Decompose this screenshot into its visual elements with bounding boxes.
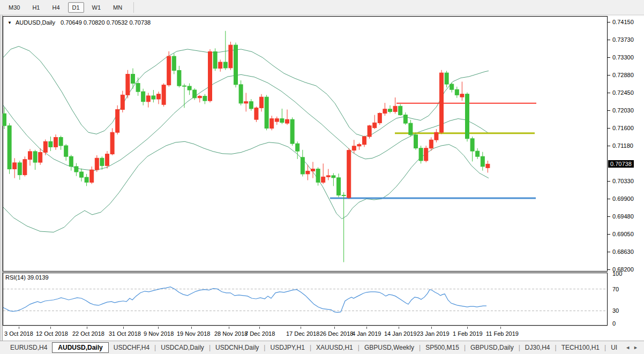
tab-xauusd-h1[interactable]: XAUUSD,H1 (311, 342, 358, 353)
candle-body (306, 171, 310, 174)
candle-body (373, 123, 377, 127)
date-tick-label: 9 Nov 2018 (144, 330, 174, 337)
price-tick-label: 0.74150 (612, 19, 634, 25)
timeframe-button-d1[interactable]: D1 (68, 2, 84, 13)
candle-body (80, 172, 84, 177)
price-tick-label: 0.69480 (612, 213, 634, 220)
price-tick-mark (608, 128, 610, 129)
date-tick-label: 28 Nov 2018 (214, 330, 248, 337)
candle-body (116, 110, 119, 133)
candle-body (244, 102, 248, 103)
candle-body (90, 170, 94, 182)
candle-body (486, 164, 490, 168)
rsi-indicator-label: RSI(14) 39.0139 (5, 274, 49, 281)
rsi-indicator-pane[interactable]: RSI(14) 39.0139 (3, 273, 608, 326)
date-tick-label: 17 Dec 2018 (286, 330, 319, 337)
tab-dj30-h4[interactable]: DJ30,H4 (520, 342, 555, 353)
tab-eurusd-h4[interactable]: EURUSD,H4 (5, 342, 52, 353)
price-tick-label: 0.72030 (612, 107, 634, 114)
symbol-dropdown-icon[interactable]: ▼ (8, 20, 12, 25)
price-axis[interactable]: 0.741500.737300.733000.728800.724500.720… (608, 16, 644, 327)
candle-body (470, 139, 474, 151)
candle-body (249, 102, 253, 109)
price-tick-mark (608, 146, 610, 146)
price-tick-label: 0.73300 (612, 54, 634, 61)
price-tick-label: 0.69900 (612, 195, 634, 202)
date-tick-label: 31 Oct 2018 (109, 330, 141, 337)
tab-usdchf-h4[interactable]: USDCHF,H4 (109, 342, 154, 353)
timeframe-button-m30[interactable]: M30 (4, 2, 24, 13)
price-tick-label: 0.71600 (612, 125, 634, 131)
candle-body (399, 106, 402, 115)
candle-body (49, 141, 53, 147)
date-tick-label: 12 Oct 2018 (36, 330, 68, 337)
timeframe-button-mn[interactable]: MN (109, 2, 126, 13)
candle-body (445, 73, 448, 84)
candle-body (326, 176, 330, 177)
candle-body (270, 119, 274, 129)
tab-tech100-h1[interactable]: TECH100,H1 (557, 342, 604, 353)
date-tick-label: 23 Jan 2019 (417, 330, 450, 337)
date-tick-mark (467, 327, 468, 329)
candle-body (59, 138, 63, 146)
timeframe-button-h1[interactable]: H1 (28, 2, 44, 13)
price-tick-mark (608, 93, 610, 93)
candle-body (33, 152, 37, 162)
candle-body (455, 89, 459, 95)
date-tick-label: 4 Jan 2019 (352, 330, 381, 337)
candle-body (13, 163, 17, 169)
tab-sp500-m15[interactable]: SP500,M15 (421, 342, 464, 353)
chart-tab-bar: EURUSD,H4AUDUSD,DailyUSDCHF,H4|USDCAD,Da… (0, 341, 644, 354)
candle-body (234, 45, 238, 85)
candle-body (290, 119, 294, 144)
candle-body (435, 132, 438, 140)
candle-body (106, 154, 109, 166)
tab-scroll-left-icon[interactable]: ◄ (625, 345, 630, 350)
tab-audusd-daily[interactable]: AUDUSD,Daily (52, 342, 108, 353)
candle-body (275, 119, 279, 122)
tab-ui[interactable]: UI (606, 342, 622, 353)
rsi-chart-canvas[interactable] (3, 273, 608, 326)
tab-gbpusd-weekly[interactable]: GBPUSD,Weekly (360, 342, 419, 353)
candle-body (229, 45, 233, 68)
date-tick-mark (19, 327, 19, 329)
candle-body (157, 94, 161, 99)
toolbar-separator (133, 2, 134, 13)
candle-body (378, 114, 381, 123)
candle-body (198, 96, 201, 98)
candle-body (95, 158, 99, 170)
candle-body (414, 135, 418, 148)
candle-body (3, 114, 6, 126)
candle-body (146, 96, 150, 102)
candle-body (28, 152, 32, 160)
candle-body (347, 150, 351, 198)
candlestick-chart-canvas[interactable] (3, 16, 608, 272)
current-price-tag: 0.70738 (608, 160, 634, 168)
candle-body (440, 73, 444, 132)
timeframe-button-w1[interactable]: W1 (88, 2, 106, 13)
candle-body (342, 195, 346, 195)
rsi-border (3, 273, 608, 326)
price-tick-mark (608, 216, 610, 217)
date-axis[interactable]: 3 Oct 201812 Oct 201822 Oct 201831 Oct 2… (3, 327, 644, 341)
candle-body (121, 95, 124, 109)
price-tick-mark (608, 57, 610, 58)
tab-gbpusd-daily[interactable]: GBPUSD,Daily (466, 342, 519, 353)
price-tick-label: 0.69050 (612, 231, 634, 237)
price-tick-mark (608, 234, 610, 235)
timeframe-button-h4[interactable]: H4 (48, 2, 64, 13)
candle-body (100, 158, 104, 165)
main-chart-pane[interactable]: ▼ AUDUSD,Daily 0.70649 0.70820 0.70532 0… (3, 16, 608, 272)
candle-body (280, 119, 284, 123)
candle-body (223, 62, 227, 68)
tab-usdjpy-h1[interactable]: USDJPY,H1 (265, 342, 309, 353)
candle-body (409, 123, 413, 135)
candle-body (311, 169, 315, 171)
tab-scroll-right-icon[interactable]: ► (633, 345, 638, 350)
tab-usdcad-daily[interactable]: USDCAD,Daily (156, 342, 209, 353)
date-tick-label: 1 Feb 2019 (453, 330, 483, 337)
price-tick-label: 0.70330 (612, 178, 634, 184)
candle-body (152, 96, 155, 99)
tab-usdcnh-daily[interactable]: USDCNH,Daily (211, 342, 264, 353)
candle-body (203, 96, 207, 101)
